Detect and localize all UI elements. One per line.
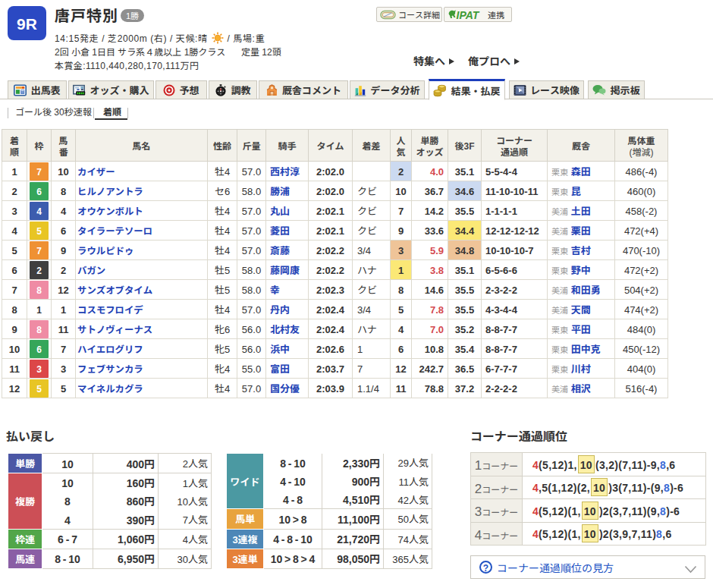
svg-text:IPAT: IPAT [457,9,480,21]
